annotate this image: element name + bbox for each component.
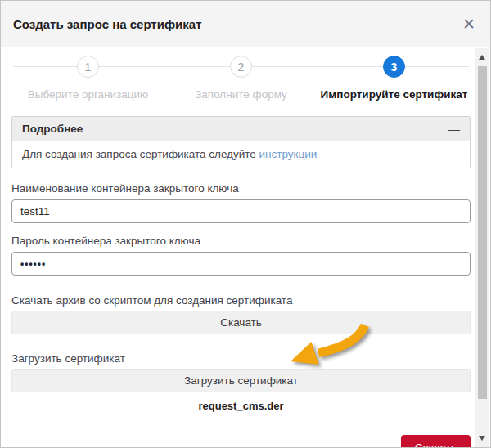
step-3-circle: 3 bbox=[383, 56, 405, 78]
footer-divider bbox=[11, 423, 471, 423]
uploaded-file-name: request_cms.der bbox=[11, 400, 471, 412]
step-3-import-certificate[interactable]: 3 Импортируйте сертификат bbox=[318, 56, 471, 101]
download-script-label: Скачать архив со скриптом для создания с… bbox=[11, 294, 471, 307]
details-panel-body: Для создания запроса сертификата следуйт… bbox=[12, 141, 470, 168]
create-certificate-request-dialog: Создать запрос на сертификат ✕ 1 Выберит… bbox=[0, 0, 491, 448]
step-1-circle: 1 bbox=[77, 56, 99, 78]
container-name-input[interactable] bbox=[11, 199, 471, 223]
details-panel: Подробнее — Для создания запроса сертифи… bbox=[11, 116, 471, 168]
password-input[interactable] bbox=[11, 252, 471, 276]
create-button[interactable]: Создать bbox=[401, 435, 471, 448]
details-panel-header[interactable]: Подробнее — bbox=[12, 117, 470, 141]
step-2-label: Заполните форму bbox=[195, 88, 287, 101]
vertical-scrollbar[interactable] bbox=[475, 48, 489, 447]
dialog-footer: Создать bbox=[11, 435, 471, 448]
instructions-link[interactable]: инструкции bbox=[259, 148, 318, 160]
download-button[interactable]: Скачать bbox=[11, 311, 471, 334]
scrollbar-up-arrow-icon[interactable] bbox=[479, 55, 485, 60]
step-1-select-organization[interactable]: 1 Выберите организацию bbox=[11, 56, 164, 101]
scrollbar-thumb[interactable] bbox=[478, 66, 487, 399]
scrollbar-down-arrow-icon[interactable] bbox=[479, 436, 485, 441]
dialog-titlebar: Создать запрос на сертификат ✕ bbox=[1, 1, 490, 47]
dialog-content: 1 Выберите организацию 2 Заполните форму… bbox=[1, 47, 490, 447]
dialog-title: Создать запрос на сертификат bbox=[13, 17, 201, 31]
close-icon[interactable]: ✕ bbox=[462, 16, 475, 32]
step-1-label: Выберите организацию bbox=[28, 88, 148, 101]
step-2-fill-form[interactable]: 2 Заполните форму bbox=[164, 56, 318, 101]
upload-certificate-label: Загрузить сертификат bbox=[11, 352, 471, 365]
instructions-text: Для создания запроса сертификата следуйт… bbox=[22, 148, 256, 160]
details-panel-title: Подробнее bbox=[22, 123, 83, 135]
password-label: Пароль контейнера закрытого ключа bbox=[11, 235, 471, 247]
upload-certificate-button[interactable]: Загрузить сертификат bbox=[11, 369, 471, 392]
step-2-circle: 2 bbox=[230, 56, 252, 78]
step-3-label: Импортируйте сертификат bbox=[321, 88, 468, 101]
collapse-minus-icon[interactable]: — bbox=[448, 123, 460, 135]
container-name-label: Наименование контейнера закрытого ключа bbox=[11, 182, 471, 195]
wizard-stepper: 1 Выберите организацию 2 Заполните форму… bbox=[11, 56, 471, 101]
